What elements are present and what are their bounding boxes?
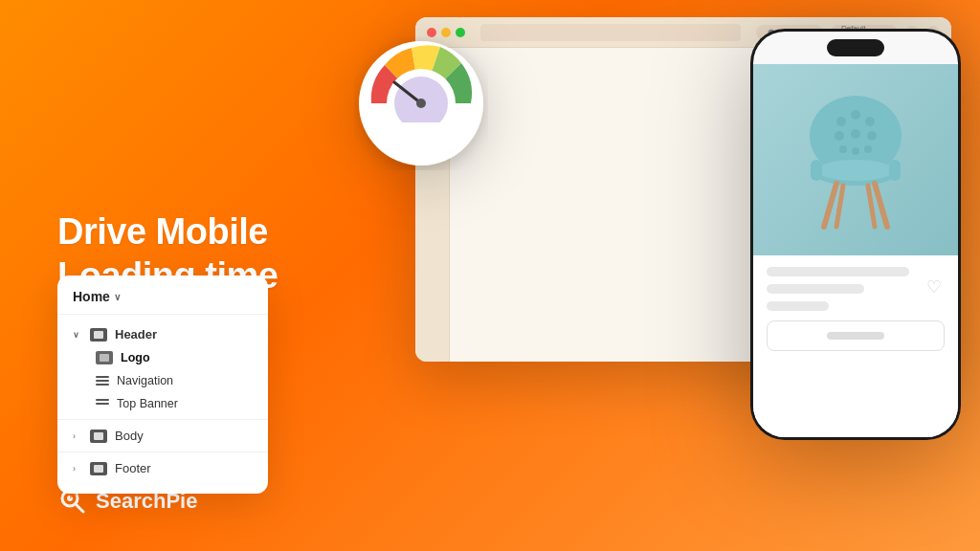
footer-chevron-icon: ›: [73, 464, 82, 474]
browser-controls: [427, 28, 465, 37]
cart-button-label: [827, 332, 884, 340]
svg-point-7: [416, 99, 426, 108]
product-details: ♡: [753, 255, 958, 437]
svg-line-23: [875, 184, 887, 227]
chair-svg: [784, 78, 927, 241]
tree-body-item[interactable]: › Body: [57, 424, 268, 448]
header-chevron-icon: ∨: [73, 330, 82, 340]
svg-point-11: [865, 117, 875, 126]
tree-topbanner-item[interactable]: Top Banner: [57, 392, 268, 415]
phone-screen: ♡: [753, 32, 958, 437]
maximize-button-dot: [456, 28, 465, 37]
chair-illustration: [753, 64, 958, 255]
headline-line1: Drive Mobile: [57, 210, 278, 254]
svg-line-22: [824, 184, 836, 227]
url-bar: [480, 24, 741, 41]
banner-icon: [96, 399, 109, 408]
tree-logo-label: Logo: [121, 351, 150, 364]
product-price-line: [767, 301, 829, 311]
body-icon: [90, 430, 107, 443]
speedometer-svg: [354, 36, 488, 170]
add-to-cart-button[interactable]: [767, 320, 945, 351]
speedometer: [354, 36, 488, 170]
footer-icon: [90, 462, 107, 475]
tree-navigation-item[interactable]: Navigation: [57, 369, 268, 392]
product-title-line: [767, 267, 909, 276]
tree-home-label: Home: [73, 289, 110, 304]
minimize-button-dot: [441, 28, 451, 37]
phone-frame: ♡: [750, 29, 961, 440]
tree-logo-item[interactable]: Logo: [57, 346, 268, 369]
svg-line-2: [76, 504, 83, 512]
product-image: [753, 64, 958, 255]
phone-mockup: ♡: [750, 29, 961, 440]
phone-content: ♡: [753, 32, 958, 437]
tree-home-item[interactable]: Home ∨: [57, 289, 268, 315]
product-subtitle-line: [767, 284, 864, 294]
body-chevron-icon: ›: [73, 431, 82, 441]
svg-point-16: [852, 147, 859, 155]
svg-rect-21: [889, 160, 901, 181]
close-button-dot: [427, 28, 436, 37]
header-icon: [90, 328, 107, 342]
svg-point-19: [817, 160, 894, 181]
tree-footer-item[interactable]: › Footer: [57, 456, 268, 480]
tree-divider-2: [57, 452, 268, 452]
tree-body-label: Body: [115, 429, 144, 443]
svg-line-24: [836, 186, 843, 227]
phone-notch: [827, 39, 884, 56]
svg-point-14: [867, 131, 877, 141]
svg-point-17: [864, 145, 872, 153]
svg-point-10: [851, 110, 860, 120]
svg-point-12: [835, 131, 844, 141]
svg-point-9: [836, 117, 846, 126]
wishlist-icon[interactable]: ♡: [924, 276, 945, 298]
svg-line-25: [868, 186, 875, 227]
tree-navigation-label: Navigation: [117, 374, 173, 387]
svg-rect-20: [811, 160, 822, 181]
navigation-icon: [96, 376, 109, 386]
tree-header-label: Header: [115, 327, 157, 342]
svg-point-15: [839, 145, 847, 153]
tree-panel: Home ∨ ∨ Header Logo Navigation Top Bann…: [57, 276, 268, 494]
tree-topbanner-label: Top Banner: [117, 397, 178, 410]
logo-icon: [96, 351, 113, 364]
svg-point-13: [851, 129, 860, 139]
tree-header-item[interactable]: ∨ Header: [57, 322, 268, 346]
home-chevron-icon: ∨: [114, 292, 121, 302]
tree-footer-label: Footer: [115, 461, 151, 475]
tree-divider-1: [57, 419, 268, 420]
